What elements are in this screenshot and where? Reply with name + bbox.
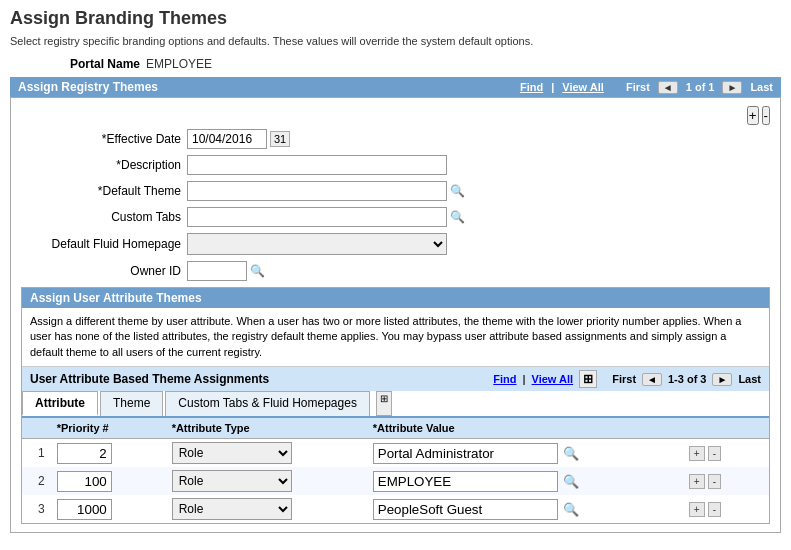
default-theme-search-icon[interactable]: 🔍 [450, 184, 465, 198]
action-cell-2: + - [683, 467, 769, 495]
add-remove-3: + - [689, 502, 763, 517]
attr-value-search-icon-2[interactable]: 🔍 [563, 474, 579, 489]
remove-row-btn-3[interactable]: - [708, 502, 721, 517]
tab-theme[interactable]: Theme [100, 391, 163, 416]
owner-id-search-icon[interactable]: 🔍 [250, 264, 265, 278]
attribute-table: *Priority # *Attribute Type *Attribute V… [22, 418, 769, 523]
priority-input-3[interactable] [57, 499, 112, 520]
attr-type-cell-1: Role [166, 439, 367, 468]
registry-nav-next-btn[interactable]: ► [722, 81, 742, 94]
portal-name-row: Portal Name EMPLOYEE [70, 57, 781, 71]
attr-value-cell-2: 🔍 [367, 467, 683, 495]
page-subtitle: Select registry specific branding option… [10, 35, 781, 47]
custom-tabs-search-icon[interactable]: 🔍 [450, 210, 465, 224]
page-title: Assign Branding Themes [10, 8, 781, 29]
registry-find-link[interactable]: Find [520, 81, 543, 93]
custom-tabs-input[interactable] [187, 207, 447, 227]
tab-custom-tabs[interactable]: Custom Tabs & Fluid Homepages [165, 391, 370, 416]
export-icon[interactable]: ⊞ [579, 370, 597, 388]
remove-row-btn-1[interactable]: - [708, 446, 721, 461]
ua-description: Assign a different theme by user attribu… [22, 308, 769, 367]
add-remove-1: + - [689, 446, 763, 461]
registry-section-header: Assign Registry Themes Find | View All F… [10, 77, 781, 97]
owner-id-input[interactable] [187, 261, 247, 281]
owner-id-row: Owner ID 🔍 [21, 261, 770, 281]
registry-nav-last[interactable]: Last [750, 81, 773, 93]
priority-cell-3 [51, 495, 166, 523]
priority-input-2[interactable] [57, 471, 112, 492]
default-fluid-row: Default Fluid Homepage [21, 233, 770, 255]
default-theme-row: *Default Theme 🔍 [21, 181, 770, 201]
attr-value-search-icon-3[interactable]: 🔍 [563, 502, 579, 517]
attr-type-select-1[interactable]: Role [172, 442, 292, 464]
add-row-btn-2[interactable]: + [689, 474, 705, 489]
description-input[interactable] [187, 155, 447, 175]
default-fluid-select[interactable] [187, 233, 447, 255]
effective-date-input[interactable] [187, 129, 267, 149]
registry-viewall-link[interactable]: View All [562, 81, 604, 93]
attr-value-cell-3: 🔍 [367, 495, 683, 523]
registry-form: + - *Effective Date 31 *Description *Def… [10, 97, 781, 533]
attr-type-select-2[interactable]: Role [172, 470, 292, 492]
registry-nav-of: 1 of 1 [686, 81, 715, 93]
ua-nav-first[interactable]: First [612, 373, 636, 385]
col-actions-header [683, 418, 769, 439]
priority-cell-1 [51, 439, 166, 468]
col-attr-value-header: *Attribute Value [367, 418, 683, 439]
tabs-bar: Attribute Theme Custom Tabs & Fluid Home… [22, 391, 769, 418]
action-cell-1: + - [683, 439, 769, 468]
table-row: 1 Role 🔍 + - [22, 439, 769, 468]
attr-value-input-2[interactable] [373, 471, 558, 492]
add-row-btn[interactable]: + [747, 106, 759, 125]
row-num-1: 1 [22, 439, 51, 468]
ua-nav-next-btn[interactable]: ► [712, 373, 732, 386]
add-row-btn-3[interactable]: + [689, 502, 705, 517]
attr-value-search-icon-1[interactable]: 🔍 [563, 446, 579, 461]
default-theme-input[interactable] [187, 181, 447, 201]
remove-row-btn-2[interactable]: - [708, 474, 721, 489]
ua-find-link[interactable]: Find [493, 373, 516, 385]
calendar-btn[interactable]: 31 [270, 131, 290, 147]
custom-tabs-label: Custom Tabs [21, 210, 181, 224]
custom-tabs-row: Custom Tabs 🔍 [21, 207, 770, 227]
owner-id-label: Owner ID [21, 264, 181, 278]
ua-table-header-right: Find | View All ⊞ First ◄ 1-3 of 3 ► Las… [493, 370, 761, 388]
top-add-remove: + - [21, 106, 770, 125]
priority-input-1[interactable] [57, 443, 112, 464]
attr-type-select-3[interactable]: Role [172, 498, 292, 520]
table-header-row: *Priority # *Attribute Type *Attribute V… [22, 418, 769, 439]
effective-date-row: *Effective Date 31 [21, 129, 770, 149]
tab-attribute[interactable]: Attribute [22, 391, 98, 416]
description-label: *Description [21, 158, 181, 172]
ua-section: Assign User Attribute Themes Assign a di… [21, 287, 770, 524]
row-num-2: 2 [22, 467, 51, 495]
description-row: *Description [21, 155, 770, 175]
ua-nav-prev-btn[interactable]: ◄ [642, 373, 662, 386]
attr-type-cell-2: Role [166, 467, 367, 495]
add-row-btn-1[interactable]: + [689, 446, 705, 461]
col-num-header [22, 418, 51, 439]
attr-value-cell-1: 🔍 [367, 439, 683, 468]
tab-columns-icon[interactable]: ⊞ [376, 391, 392, 416]
table-row: 3 Role 🔍 + - [22, 495, 769, 523]
attr-value-input-1[interactable] [373, 443, 558, 464]
registry-header-label: Assign Registry Themes [18, 80, 158, 94]
attr-type-cell-3: Role [166, 495, 367, 523]
ua-viewall-link[interactable]: View All [532, 373, 574, 385]
ua-nav-last[interactable]: Last [738, 373, 761, 385]
registry-nav-first[interactable]: First [626, 81, 650, 93]
portal-name-value: EMPLOYEE [146, 57, 212, 71]
ua-table-header: User Attribute Based Theme Assignments F… [22, 367, 769, 391]
remove-row-btn[interactable]: - [762, 106, 770, 125]
ua-header: Assign User Attribute Themes [22, 288, 769, 308]
ua-nav-range: 1-3 of 3 [668, 373, 707, 385]
registry-header-nav: Find | View All First ◄ 1 of 1 ► Last [520, 81, 773, 94]
ua-table-title: User Attribute Based Theme Assignments [30, 372, 269, 386]
ua-table-section: User Attribute Based Theme Assignments F… [22, 367, 769, 523]
row-num-3: 3 [22, 495, 51, 523]
effective-date-label: *Effective Date [21, 132, 181, 146]
registry-nav-prev-btn[interactable]: ◄ [658, 81, 678, 94]
attr-value-input-3[interactable] [373, 499, 558, 520]
table-row: 2 Role 🔍 + - [22, 467, 769, 495]
col-attr-type-header: *Attribute Type [166, 418, 367, 439]
